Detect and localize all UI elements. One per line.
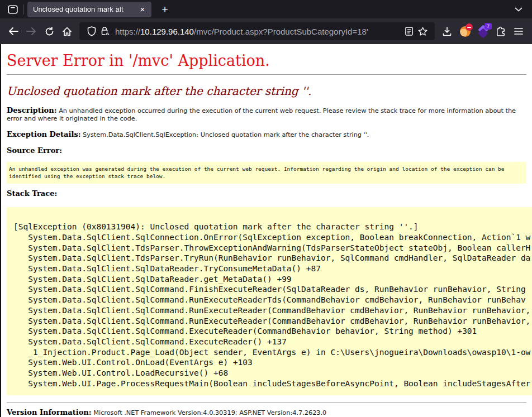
foxyproxy-disabled-badge (466, 23, 473, 31)
exception-details-text: System.Data.SqlClient.SqlException: Uncl… (83, 131, 369, 138)
description-label: Description: (7, 106, 57, 114)
tab-bar: Unclosed quotation mark aft × + (0, 0, 532, 18)
stack-trace-label: Stack Trace: (7, 189, 57, 198)
purple-extension-button[interactable]: 7 (474, 22, 492, 40)
firefox-view-icon (8, 5, 18, 14)
version-information-text: Microsoft .NET Framework Version:4.0.303… (93, 409, 326, 416)
home-button[interactable] (58, 22, 76, 40)
back-button[interactable] (4, 22, 22, 40)
insecure-lock-icon[interactable] (98, 25, 112, 38)
new-tab-button[interactable]: + (157, 2, 173, 17)
bookmark-star-icon[interactable] (416, 25, 429, 38)
downloads-button[interactable] (438, 22, 456, 40)
active-tab[interactable]: Unclosed quotation mark aft × (27, 2, 151, 17)
exception-details-paragraph: Exception Details: System.Data.SqlClient… (7, 131, 526, 139)
navigation-toolbar: https://10.129.96.140/mvc/Product.aspx?P… (0, 18, 532, 44)
exception-details-label: Exception Details: (7, 130, 81, 138)
hamburger-menu-icon (514, 28, 523, 35)
stack-trace-heading: Stack Trace: (7, 190, 526, 198)
tab-close-icon[interactable]: × (137, 4, 148, 15)
source-error-heading: Source Error: (7, 147, 526, 155)
download-icon (443, 27, 452, 36)
firefox-view-button[interactable] (4, 2, 21, 17)
url-host: 10.129.96.140 (140, 27, 194, 36)
source-error-label: Source Error: (7, 146, 62, 155)
extensions-button[interactable] (492, 22, 510, 40)
tab-title: Unclosed quotation mark aft (33, 5, 137, 13)
stack-trace-pre: [SqlException (0x80131904): Unclosed quo… (7, 207, 532, 396)
forward-arrow-icon (26, 27, 36, 35)
version-information-label: Version Information: (7, 408, 92, 416)
reader-mode-icon[interactable] (402, 25, 416, 38)
reload-button[interactable] (40, 22, 58, 40)
description-paragraph: Description: An unhandled exception occu… (7, 107, 526, 122)
foxyproxy-extension-button[interactable] (456, 22, 474, 40)
menu-button[interactable] (510, 22, 528, 40)
url-path: /mvc/Product.aspx?ProductSubCategoryId=1… (194, 27, 368, 36)
error-subtitle: Unclosed quotation mark after the charac… (7, 84, 526, 98)
list-all-tabs-button[interactable] (511, 2, 526, 17)
page-content: Server Error in '/mvc' Application. Uncl… (0, 44, 532, 417)
chevron-down-icon (515, 7, 522, 12)
version-information-paragraph: Version Information: Microsoft .NET Fram… (7, 409, 526, 417)
tab-separator (23, 4, 24, 15)
url-text[interactable]: https://10.129.96.140/mvc/Product.aspx?P… (115, 27, 398, 36)
reload-icon (45, 27, 54, 36)
page-title: Server Error in '/mvc' Application. (7, 51, 526, 70)
divider-bottom (7, 402, 526, 403)
puzzle-piece-icon (496, 26, 506, 36)
divider (7, 74, 526, 75)
forward-button[interactable] (22, 22, 40, 40)
url-scheme: https:// (115, 27, 140, 36)
tracking-protection-shield-icon[interactable] (85, 25, 98, 38)
extension-badge: 7 (484, 23, 492, 30)
source-error-box: An unhandled exception was generated dur… (7, 162, 526, 184)
url-bar[interactable]: https://10.129.96.140/mvc/Product.aspx?P… (79, 22, 435, 40)
home-icon (62, 27, 72, 36)
description-text: An unhandled exception occurred during t… (7, 107, 516, 122)
browser-window: Unclosed quotation mark aft × + (0, 0, 532, 417)
back-arrow-icon (8, 27, 18, 35)
